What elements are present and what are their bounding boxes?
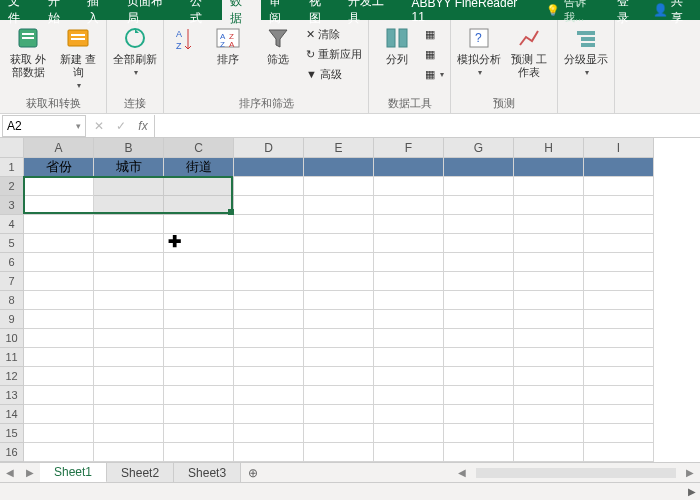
name-box[interactable]: A2 ▾	[2, 115, 86, 137]
scroll-right[interactable]: ▶	[680, 467, 700, 478]
login-button[interactable]: 登录	[611, 0, 647, 20]
share-button[interactable]: 👤 共享	[647, 0, 700, 20]
row-header-5[interactable]: 5	[0, 234, 24, 253]
cell[interactable]	[234, 291, 304, 310]
cell[interactable]	[234, 424, 304, 443]
cell[interactable]	[164, 234, 234, 253]
cell[interactable]	[94, 272, 164, 291]
cell[interactable]	[234, 348, 304, 367]
cell[interactable]	[24, 177, 94, 196]
cell[interactable]	[234, 329, 304, 348]
cell[interactable]	[374, 367, 444, 386]
row-header-13[interactable]: 13	[0, 386, 24, 405]
cell[interactable]	[24, 234, 94, 253]
cell[interactable]	[24, 272, 94, 291]
cell[interactable]	[94, 367, 164, 386]
sheet-tab-1[interactable]: Sheet1	[40, 463, 107, 483]
cell[interactable]	[584, 253, 654, 272]
cell[interactable]	[94, 405, 164, 424]
cell[interactable]	[444, 196, 514, 215]
cell[interactable]	[304, 177, 374, 196]
cell[interactable]	[164, 310, 234, 329]
cancel-formula-button[interactable]: ✕	[88, 119, 110, 133]
tab-view[interactable]: 视图	[301, 0, 341, 20]
cell[interactable]	[304, 424, 374, 443]
sheet-tab-2[interactable]: Sheet2	[107, 463, 174, 483]
cell[interactable]	[24, 329, 94, 348]
cell[interactable]	[444, 443, 514, 462]
cell[interactable]	[24, 405, 94, 424]
column-header-B[interactable]: B	[94, 138, 164, 158]
column-header-E[interactable]: E	[304, 138, 374, 158]
cell[interactable]	[584, 424, 654, 443]
cell[interactable]	[234, 310, 304, 329]
cell[interactable]	[164, 367, 234, 386]
cell[interactable]	[24, 253, 94, 272]
whatif-button[interactable]: ? 模拟分析▾	[457, 23, 501, 77]
row-header-2[interactable]: 2	[0, 177, 24, 196]
cell[interactable]	[374, 329, 444, 348]
cell[interactable]	[304, 310, 374, 329]
cell[interactable]	[374, 272, 444, 291]
tab-data[interactable]: 数据	[222, 0, 262, 20]
cell[interactable]	[234, 443, 304, 462]
cell[interactable]	[374, 405, 444, 424]
sheet-tab-3[interactable]: Sheet3	[174, 463, 241, 483]
cell[interactable]	[234, 405, 304, 424]
cell[interactable]	[514, 234, 584, 253]
cell[interactable]	[234, 234, 304, 253]
column-header-F[interactable]: F	[374, 138, 444, 158]
cell[interactable]	[374, 424, 444, 443]
row-header-14[interactable]: 14	[0, 405, 24, 424]
cell[interactable]	[444, 367, 514, 386]
cell[interactable]	[584, 348, 654, 367]
sheet-nav-prev[interactable]: ◀	[0, 467, 20, 478]
cell[interactable]	[584, 158, 654, 177]
cell[interactable]	[444, 405, 514, 424]
worksheet-grid[interactable]: ABCDEFGHI 12345678910111213141516 省份城市街道…	[0, 138, 700, 462]
add-sheet-button[interactable]: ⊕	[241, 466, 265, 480]
row-header-16[interactable]: 16	[0, 443, 24, 462]
row-header-1[interactable]: 1	[0, 158, 24, 177]
cell[interactable]	[164, 177, 234, 196]
cell[interactable]	[94, 234, 164, 253]
refresh-all-button[interactable]: 全部刷新▾	[113, 23, 157, 77]
cell[interactable]	[374, 158, 444, 177]
row-header-3[interactable]: 3	[0, 196, 24, 215]
cell[interactable]	[164, 291, 234, 310]
get-external-data-button[interactable]: 获取 外部数据	[6, 23, 50, 79]
column-header-H[interactable]: H	[514, 138, 584, 158]
cell[interactable]: 街道	[164, 158, 234, 177]
cell[interactable]	[514, 215, 584, 234]
cell[interactable]	[234, 386, 304, 405]
sheet-nav-next[interactable]: ▶	[20, 467, 40, 478]
cell[interactable]	[514, 386, 584, 405]
tab-developer[interactable]: 开发工具	[340, 0, 403, 20]
cell[interactable]	[304, 291, 374, 310]
cell[interactable]	[234, 367, 304, 386]
cell[interactable]	[374, 443, 444, 462]
column-header-D[interactable]: D	[234, 138, 304, 158]
select-all-corner[interactable]	[0, 138, 24, 158]
cell[interactable]	[24, 310, 94, 329]
cell[interactable]	[374, 310, 444, 329]
cell[interactable]	[444, 234, 514, 253]
cell[interactable]	[514, 443, 584, 462]
cell[interactable]	[444, 253, 514, 272]
cell[interactable]	[164, 443, 234, 462]
tab-review[interactable]: 审阅	[261, 0, 301, 20]
cell[interactable]	[24, 215, 94, 234]
cell[interactable]	[304, 196, 374, 215]
cell[interactable]	[584, 310, 654, 329]
cell[interactable]	[584, 329, 654, 348]
row-header-8[interactable]: 8	[0, 291, 24, 310]
cell[interactable]	[164, 405, 234, 424]
cell[interactable]	[234, 196, 304, 215]
row-header-12[interactable]: 12	[0, 367, 24, 386]
advanced-button[interactable]: ▼高级	[306, 65, 362, 83]
cell[interactable]	[94, 196, 164, 215]
cell[interactable]	[24, 443, 94, 462]
tell-me[interactable]: 💡 告诉我...	[540, 0, 611, 20]
cell[interactable]	[374, 234, 444, 253]
sort-button[interactable]: AZZA 排序	[206, 23, 250, 66]
